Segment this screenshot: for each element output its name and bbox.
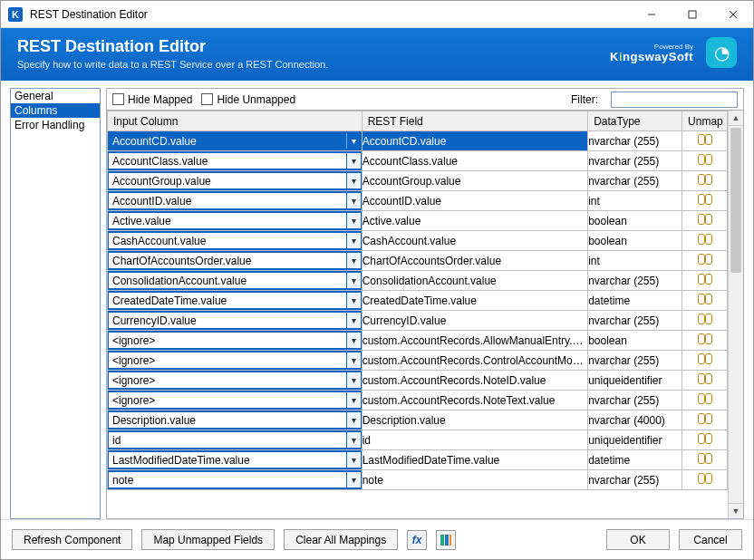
unmap-cell[interactable] xyxy=(682,311,728,331)
input-column-dropdown[interactable]: AccountID.value▾ xyxy=(107,191,362,210)
input-column-dropdown[interactable]: ChartOfAccountsOrder.value▾ xyxy=(107,251,362,270)
input-column-dropdown[interactable]: AccountCD.value▾ xyxy=(107,131,362,150)
unmap-cell[interactable] xyxy=(682,371,728,391)
input-column-dropdown[interactable]: <ignore>▾ xyxy=(107,351,362,370)
cancel-button[interactable]: Cancel xyxy=(679,529,742,550)
input-column-dropdown[interactable]: id▾ xyxy=(107,430,362,449)
maximize-button[interactable] xyxy=(672,1,712,28)
sidebar-item-columns[interactable]: Columns xyxy=(11,103,100,118)
unmap-cell[interactable] xyxy=(682,131,728,151)
unmap-cell[interactable] xyxy=(682,470,728,490)
table-row[interactable]: AccountCD.value▾AccountCD.valuenvarchar … xyxy=(108,131,728,151)
unmap-cell[interactable] xyxy=(682,291,728,311)
input-column-dropdown[interactable]: <ignore>▾ xyxy=(107,391,362,410)
unmap-cell[interactable] xyxy=(682,450,728,470)
column-manager-button[interactable] xyxy=(436,530,456,550)
datatype-value: datetime xyxy=(588,450,682,470)
table-row[interactable]: AccountClass.value▾AccountClass.valuenva… xyxy=(108,151,728,171)
unmap-cell[interactable] xyxy=(682,351,728,371)
input-column-dropdown[interactable]: AccountGroup.value▾ xyxy=(107,171,362,190)
unmap-cell[interactable] xyxy=(682,331,728,351)
unmap-icon xyxy=(698,234,712,245)
unmap-icon xyxy=(698,214,712,225)
hide-unmapped-checkbox[interactable]: Hide Unmapped xyxy=(201,93,295,106)
unmap-cell[interactable] xyxy=(682,271,728,291)
unmap-cell[interactable] xyxy=(682,410,728,430)
table-row[interactable]: Description.value▾Description.valuenvarc… xyxy=(108,410,728,430)
input-column-dropdown[interactable]: Description.value▾ xyxy=(107,410,362,430)
unmap-cell[interactable] xyxy=(682,151,728,171)
unmap-cell[interactable] xyxy=(682,231,728,251)
ok-button[interactable]: OK xyxy=(606,529,670,550)
unmap-cell[interactable] xyxy=(682,391,728,410)
table-row[interactable]: ChartOfAccountsOrder.value▾ChartOfAccoun… xyxy=(108,251,728,271)
refresh-component-button[interactable]: Refresh Component xyxy=(12,529,132,550)
table-row[interactable]: id▾iduniqueidentifier xyxy=(108,430,728,450)
table-row[interactable]: AccountGroup.value▾AccountGroup.valuenva… xyxy=(108,171,728,191)
input-column-dropdown[interactable]: CurrencyID.value▾ xyxy=(107,311,362,330)
close-icon xyxy=(729,10,738,19)
input-column-dropdown[interactable]: Active.value▾ xyxy=(107,211,362,230)
table-row[interactable]: note▾notenvarchar (255) xyxy=(108,470,728,490)
header-input-column[interactable]: Input Column xyxy=(108,111,362,131)
content-area: GeneralColumnsError Handling Hide Mapped… xyxy=(1,81,753,519)
close-button[interactable] xyxy=(712,1,753,28)
input-column-value: CurrencyID.value xyxy=(109,314,346,327)
input-column-dropdown[interactable]: <ignore>▾ xyxy=(107,371,362,390)
sidebar-item-general[interactable]: General xyxy=(11,89,100,103)
table-row[interactable]: CreatedDateTime.value▾CreatedDateTime.va… xyxy=(108,291,728,311)
unmap-icon xyxy=(698,174,712,185)
table-row[interactable]: CurrencyID.value▾CurrencyID.valuenvarcha… xyxy=(108,311,728,331)
titlebar: K REST Destination Editor xyxy=(1,1,753,28)
input-column-dropdown[interactable]: LastModifiedDateTime.value▾ xyxy=(107,450,362,469)
mapping-grid: Input Column REST Field DataType Unmap A… xyxy=(106,110,744,519)
unmap-cell[interactable] xyxy=(682,211,728,231)
header-rest-field[interactable]: REST Field xyxy=(362,111,587,131)
scroll-thumb[interactable] xyxy=(730,128,741,273)
input-column-dropdown[interactable]: CreatedDateTime.value▾ xyxy=(107,291,362,310)
input-column-value: note xyxy=(109,474,346,487)
header-datatype[interactable]: DataType xyxy=(588,111,682,131)
table-row[interactable]: <ignore>▾custom.AccountRecords.NoteText.… xyxy=(108,391,728,410)
input-column-dropdown[interactable]: note▾ xyxy=(107,470,362,489)
table-row[interactable]: LastModifiedDateTime.value▾LastModifiedD… xyxy=(108,450,728,470)
chevron-down-icon: ▾ xyxy=(346,273,361,288)
unmap-cell[interactable] xyxy=(682,251,728,271)
input-column-dropdown[interactable]: CashAccount.value▾ xyxy=(107,231,362,250)
input-column-dropdown[interactable]: ConsolidationAccount.value▾ xyxy=(107,271,362,290)
expression-editor-button[interactable]: fx xyxy=(407,530,427,550)
table-row[interactable]: <ignore>▾custom.AccountRecords.AllowManu… xyxy=(108,331,728,351)
window-title: REST Destination Editor xyxy=(30,8,631,21)
scroll-down-button[interactable]: ▼ xyxy=(729,503,743,518)
input-column-value: CashAccount.value xyxy=(109,235,346,247)
map-unmapped-fields-button[interactable]: Map Unmapped Fields xyxy=(141,529,275,550)
rest-field-value: Description.value xyxy=(362,410,587,430)
hide-mapped-checkbox[interactable]: Hide Mapped xyxy=(112,93,192,106)
minimize-button[interactable] xyxy=(631,1,672,28)
table-row[interactable]: <ignore>▾custom.AccountRecords.NoteID.va… xyxy=(108,371,728,391)
filter-input[interactable] xyxy=(611,92,738,108)
chevron-down-icon: ▾ xyxy=(346,173,361,188)
input-column-dropdown[interactable]: <ignore>▾ xyxy=(107,331,362,350)
sidebar-item-error-handling[interactable]: Error Handling xyxy=(11,118,100,132)
datatype-value: nvarchar (4000) xyxy=(588,410,682,430)
table-row[interactable]: Active.value▾Active.valueboolean xyxy=(108,211,728,231)
input-column-dropdown[interactable]: AccountClass.value▾ xyxy=(107,151,362,170)
clear-all-mappings-button[interactable]: Clear All Mappings xyxy=(284,529,398,550)
unmap-cell[interactable] xyxy=(682,171,728,191)
chevron-down-icon: ▾ xyxy=(346,213,361,228)
unmap-icon xyxy=(698,134,712,145)
unmap-cell[interactable] xyxy=(682,430,728,450)
scroll-track[interactable] xyxy=(729,126,743,503)
unmap-cell[interactable] xyxy=(682,191,728,211)
datatype-value: nvarchar (255) xyxy=(588,151,682,171)
vertical-scrollbar[interactable]: ▲ ▼ xyxy=(728,111,743,518)
input-column-value: CreatedDateTime.value xyxy=(109,294,346,307)
scroll-up-button[interactable]: ▲ xyxy=(729,111,743,126)
table-row[interactable]: ConsolidationAccount.value▾Consolidation… xyxy=(108,271,728,291)
table-row[interactable]: AccountID.value▾AccountID.valueint xyxy=(108,191,728,211)
header-unmap[interactable]: Unmap xyxy=(682,111,728,131)
input-column-value: <ignore> xyxy=(109,334,346,347)
table-row[interactable]: CashAccount.value▾CashAccount.valueboole… xyxy=(108,231,728,251)
table-row[interactable]: <ignore>▾custom.AccountRecords.ControlAc… xyxy=(108,351,728,371)
